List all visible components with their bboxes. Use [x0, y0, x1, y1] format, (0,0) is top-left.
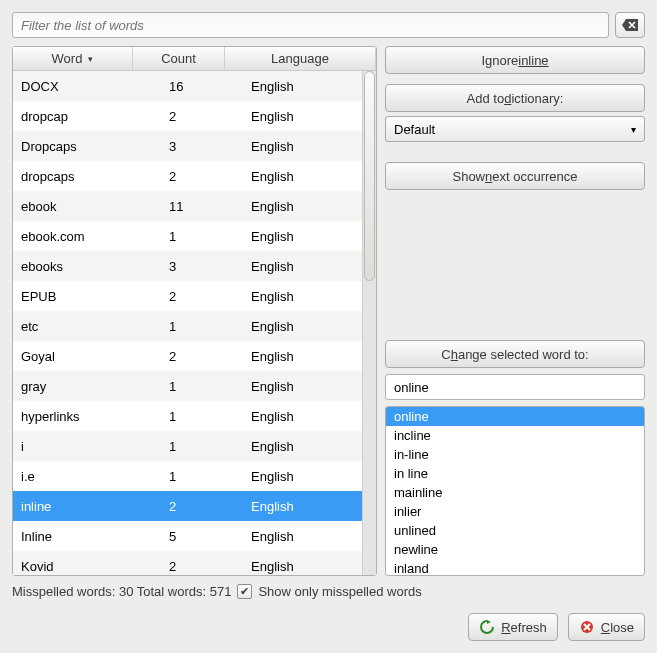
add-dict-key: d [504, 91, 511, 106]
column-count[interactable]: Count [133, 47, 225, 70]
table-row[interactable]: etc1English [13, 311, 362, 341]
cell-count: 1 [139, 409, 231, 424]
cell-word: Inline [19, 529, 139, 544]
add-dict-after: ictionary: [511, 91, 563, 106]
table-row[interactable]: hyperlinks1English [13, 401, 362, 431]
cell-word: i.e [19, 469, 139, 484]
filter-input[interactable] [12, 12, 609, 38]
column-language[interactable]: Language [225, 47, 376, 70]
suggestion-item[interactable]: incline [386, 426, 644, 445]
refresh-button[interactable]: Refresh [468, 613, 558, 641]
change-word-input[interactable] [385, 374, 645, 400]
cell-count: 2 [139, 169, 231, 184]
cell-count: 3 [139, 139, 231, 154]
column-word[interactable]: Word▾ [13, 47, 133, 70]
table-row[interactable]: Inline5English [13, 521, 362, 551]
change-selected-word-button[interactable]: Change selected word to: [385, 340, 645, 368]
cell-word: ebooks [19, 259, 139, 274]
ignore-prefix: Ignore [481, 53, 518, 68]
table-row[interactable]: ebook.com1English [13, 221, 362, 251]
word-table: Word▾ Count Language DOCX16Englishdropca… [12, 46, 377, 576]
ignore-button[interactable]: Ignore inline [385, 46, 645, 74]
show-misspelled-checkbox[interactable]: ✔ [237, 584, 252, 599]
cell-count: 3 [139, 259, 231, 274]
table-row[interactable]: dropcaps2English [13, 161, 362, 191]
cell-language: English [231, 259, 362, 274]
suggestions-listbox[interactable]: onlineinclinein-linein linemainlineinlie… [385, 406, 645, 576]
column-language-label: Language [271, 51, 329, 66]
show-misspelled-label: Show only misspelled words [258, 584, 421, 599]
cell-language: English [231, 79, 362, 94]
cell-count: 1 [139, 379, 231, 394]
refresh-icon [479, 619, 495, 635]
suggestion-item[interactable]: online [386, 407, 644, 426]
column-word-label: Word [52, 51, 83, 66]
scrollbar-thumb[interactable] [364, 71, 375, 281]
change-before: C [441, 347, 450, 362]
show-next-key: n [485, 169, 492, 184]
suggestion-item[interactable]: in-line [386, 445, 644, 464]
show-next-before: Show [452, 169, 485, 184]
cell-word: EPUB [19, 289, 139, 304]
table-row[interactable]: Dropcaps3English [13, 131, 362, 161]
table-row[interactable]: Goyal2English [13, 341, 362, 371]
cell-count: 2 [139, 289, 231, 304]
cell-language: English [231, 529, 362, 544]
table-row[interactable]: i.e1English [13, 461, 362, 491]
dictionary-select[interactable]: Default ▾ [385, 116, 645, 142]
close-button[interactable]: Close [568, 613, 645, 641]
table-row[interactable]: dropcap2English [13, 101, 362, 131]
backspace-icon [622, 19, 638, 31]
table-row[interactable]: i1English [13, 431, 362, 461]
vertical-scrollbar[interactable] [362, 71, 376, 575]
cell-language: English [231, 169, 362, 184]
suggestion-item[interactable]: mainline [386, 483, 644, 502]
change-after: ange selected word to: [458, 347, 589, 362]
show-next-occurrence-button[interactable]: Show next occurrence [385, 162, 645, 190]
table-row[interactable]: Kovid2English [13, 551, 362, 575]
cell-count: 2 [139, 349, 231, 364]
cell-count: 1 [139, 469, 231, 484]
cell-word: dropcaps [19, 169, 139, 184]
table-row[interactable]: ebook11English [13, 191, 362, 221]
show-next-after: ext occurrence [492, 169, 577, 184]
clear-filter-button[interactable] [615, 12, 645, 38]
table-body: DOCX16Englishdropcap2EnglishDropcaps3Eng… [13, 71, 362, 575]
cell-language: English [231, 379, 362, 394]
table-row[interactable]: EPUB2English [13, 281, 362, 311]
add-dict-before: Add to [467, 91, 505, 106]
table-row[interactable]: DOCX16English [13, 71, 362, 101]
close-key: C [601, 620, 610, 635]
table-row[interactable]: inline2English [13, 491, 362, 521]
table-row[interactable]: ebooks3English [13, 251, 362, 281]
change-key: h [451, 347, 458, 362]
cell-word: hyperlinks [19, 409, 139, 424]
cell-word: Goyal [19, 349, 139, 364]
cell-word: ebook.com [19, 229, 139, 244]
table-row[interactable]: gray1English [13, 371, 362, 401]
cell-language: English [231, 499, 362, 514]
cell-count: 1 [139, 319, 231, 334]
cell-language: English [231, 139, 362, 154]
suggestion-item[interactable]: in line [386, 464, 644, 483]
cell-count: 5 [139, 529, 231, 544]
table-header: Word▾ Count Language [13, 47, 376, 71]
suggestion-item[interactable]: unlined [386, 521, 644, 540]
suggestion-item[interactable]: newline [386, 540, 644, 559]
ignore-word: inline [518, 53, 548, 68]
column-count-label: Count [161, 51, 196, 66]
cell-word: i [19, 439, 139, 454]
cell-language: English [231, 199, 362, 214]
suggestion-item[interactable]: inlier [386, 502, 644, 521]
cell-language: English [231, 289, 362, 304]
suggestion-item[interactable]: inland [386, 559, 644, 576]
cell-language: English [231, 469, 362, 484]
close-after: lose [610, 620, 634, 635]
cell-word: ebook [19, 199, 139, 214]
cell-count: 1 [139, 439, 231, 454]
cell-word: etc [19, 319, 139, 334]
cell-count: 2 [139, 109, 231, 124]
cell-count: 2 [139, 499, 231, 514]
chevron-down-icon: ▾ [631, 124, 636, 135]
add-to-dictionary-button[interactable]: Add to dictionary: [385, 84, 645, 112]
